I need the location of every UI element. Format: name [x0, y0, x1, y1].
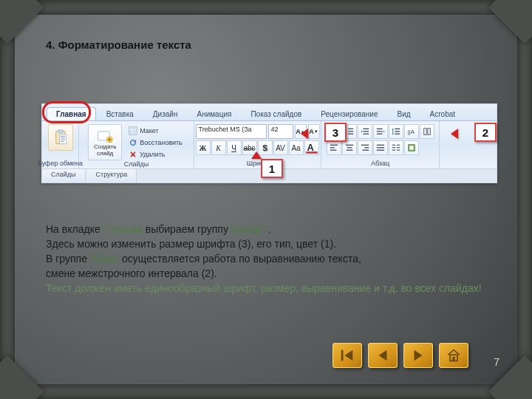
svg-rect-31: [395, 134, 400, 134]
side-tab-slides[interactable]: Слайды: [42, 169, 86, 183]
svg-rect-25: [363, 134, 369, 134]
svg-text:||A: ||A: [407, 129, 415, 135]
caption-text: На вкладке: [46, 223, 103, 235]
prev-slide-button[interactable]: [368, 343, 398, 368]
delete-label: Удалить: [140, 151, 165, 158]
caption-text: осуществляется работа по выравниванию те…: [122, 253, 361, 265]
grow-font-button[interactable]: A▲: [295, 124, 307, 139]
font-color-button[interactable]: A: [304, 140, 319, 155]
svg-rect-53: [396, 150, 399, 151]
ribbon-tab-strip: Главная Вставка Дизайн Анимация Показ сл…: [42, 104, 497, 121]
frame-edge: [0, 0, 532, 15]
svg-rect-49: [396, 145, 399, 146]
underline-button[interactable]: Ч: [227, 140, 242, 155]
font-name-dropdown[interactable]: Trebuchet MS (За: [196, 124, 267, 139]
group-clipboard-label: Буфер обмена: [38, 160, 83, 168]
frame-edge: [0, 384, 532, 399]
group-clipboard: Буфер обмена: [42, 121, 79, 168]
side-tab-outline[interactable]: Структура: [87, 169, 137, 183]
svg-rect-29: [395, 129, 400, 129]
reset-label: Восстановить: [140, 139, 183, 146]
bold-button[interactable]: Ж: [196, 140, 211, 155]
indent-button[interactable]: [373, 124, 388, 139]
layout-button[interactable]: Макет: [126, 126, 185, 136]
align-left-button[interactable]: [327, 140, 341, 155]
svg-rect-47: [376, 150, 383, 151]
svg-rect-44: [362, 150, 369, 151]
caption-text: В группе: [46, 253, 90, 265]
columns-button-2[interactable]: [389, 140, 403, 155]
frame-edge: [0, 0, 15, 399]
svg-rect-40: [347, 147, 352, 148]
align-center-button[interactable]: [342, 140, 357, 155]
paste-button[interactable]: [48, 124, 73, 151]
svg-rect-43: [364, 147, 369, 148]
new-slide-label-2: слайд: [97, 150, 113, 157]
columns-button[interactable]: [420, 124, 434, 139]
line-spacing-button[interactable]: [389, 124, 403, 139]
svg-rect-27: [376, 131, 382, 132]
svg-rect-23: [363, 129, 369, 129]
svg-rect-56: [341, 350, 344, 361]
align-justify-button[interactable]: [373, 140, 388, 155]
reset-icon: [129, 138, 137, 147]
svg-rect-7: [130, 130, 132, 134]
skip-back-icon: [339, 347, 355, 364]
text-direction-button[interactable]: ||A: [404, 124, 419, 139]
annotation-callout-1: 1: [261, 159, 283, 178]
svg-rect-28: [376, 134, 382, 134]
strike-button[interactable]: abc: [242, 140, 257, 155]
new-slide-button[interactable]: Создать слайд: [88, 124, 122, 160]
text-shadow-button[interactable]: S: [258, 140, 273, 155]
convert-smartart-button[interactable]: [404, 140, 419, 155]
align-right-button[interactable]: [358, 140, 372, 155]
ribbon-screenshot: Главная Вставка Дизайн Анимация Показ сл…: [41, 103, 497, 183]
shrink-font-button[interactable]: A▼: [308, 124, 320, 139]
page-title: 4. Форматирование текста: [46, 38, 191, 51]
svg-rect-41: [346, 150, 352, 151]
svg-rect-24: [363, 131, 369, 132]
font-size-dropdown[interactable]: 42: [268, 124, 293, 139]
page-number: 7: [494, 356, 499, 368]
tab-view[interactable]: Вид: [389, 108, 420, 120]
change-case-button[interactable]: Aa: [289, 140, 304, 155]
svg-rect-52: [392, 150, 395, 151]
svg-rect-45: [376, 145, 383, 146]
tab-review[interactable]: Рецензирование: [312, 108, 386, 120]
svg-rect-50: [392, 147, 395, 148]
caption-text: .: [268, 223, 271, 235]
layout-label: Макет: [140, 127, 158, 134]
svg-rect-37: [330, 147, 334, 148]
svg-rect-26: [376, 129, 382, 129]
tab-animation[interactable]: Анимация: [188, 108, 240, 120]
italic-button[interactable]: К: [211, 140, 226, 155]
svg-rect-39: [345, 145, 352, 146]
svg-rect-2: [59, 134, 66, 144]
delete-slide-button[interactable]: Удалить: [126, 149, 185, 160]
caption-text: выбираем группу: [146, 223, 231, 235]
svg-rect-46: [376, 147, 383, 148]
tab-acrobat[interactable]: Acrobat: [421, 108, 464, 120]
tab-home[interactable]: Главная: [47, 107, 96, 120]
first-slide-button[interactable]: [332, 343, 362, 368]
tab-slideshow[interactable]: Показ слайдов: [242, 108, 310, 120]
char-spacing-button[interactable]: AV: [273, 140, 288, 155]
outdent-button[interactable]: [358, 124, 372, 139]
caption-link-paragraph: Абзац: [90, 253, 119, 265]
home-slide-button[interactable]: [439, 343, 468, 368]
tab-insert[interactable]: Вставка: [98, 108, 143, 120]
font-color-icon: A: [305, 141, 318, 154]
caption-text: смене межстрочного интервала (2).: [46, 266, 486, 281]
frame-corner: [0, 355, 44, 399]
tab-design[interactable]: Дизайн: [144, 108, 187, 120]
arrow-right-icon: [410, 347, 426, 364]
arrow-left-icon: [375, 347, 391, 364]
delete-icon: [129, 150, 137, 159]
reset-button[interactable]: Восстановить: [126, 137, 185, 148]
caption-text: Здесь можно изменить размер шрифта (3), …: [46, 236, 486, 251]
svg-rect-34: [423, 129, 426, 135]
slide: 4. Форматирование текста Главная Вставка…: [0, 0, 532, 399]
annotation-callout-3: 3: [324, 123, 347, 142]
annotation-callout-2: 2: [474, 123, 497, 142]
next-slide-button[interactable]: [403, 343, 433, 368]
